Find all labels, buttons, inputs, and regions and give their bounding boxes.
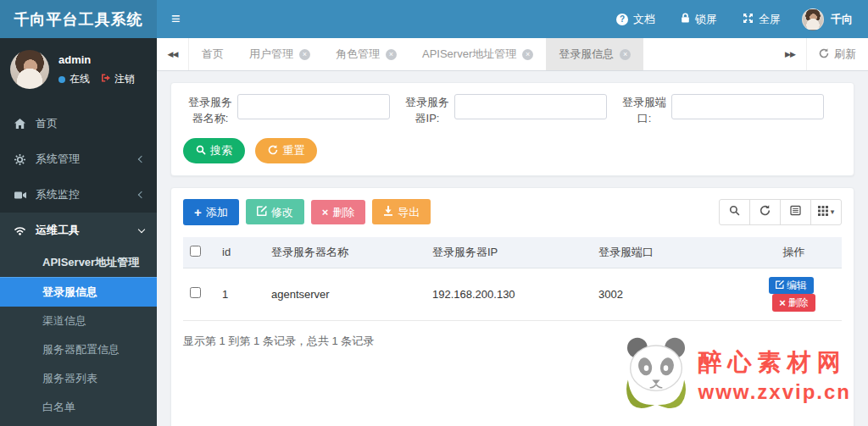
x-icon: × <box>779 297 786 308</box>
online-status-icon <box>58 76 65 83</box>
modify-button[interactable]: 修改 <box>246 199 304 224</box>
top-navbar: 千向平台工具系统 ≡ ? 文档 锁屏 全屏 千向 <box>0 0 868 38</box>
table-columns-button[interactable]: ▾ <box>810 199 842 225</box>
logout-link[interactable]: 注销 <box>101 72 135 86</box>
table-search-button[interactable] <box>719 199 750 225</box>
refresh-icon <box>819 48 829 61</box>
sidebar-menu: 首页 系统管理 系统监控 运维工具 APIServer地址管理 登录服信息 渠道… <box>0 106 157 426</box>
sidebar-item-whitelist[interactable]: 白名单 <box>0 393 157 422</box>
sidebar-item-server-list[interactable]: 服务器列表 <box>0 364 157 393</box>
double-triangle-right-icon: ▶▶ <box>785 50 795 58</box>
sidebar-toggle-button[interactable]: ≡ <box>157 0 195 38</box>
search-form-row: 登录服务器名称: 登录服务器IP: 登录服端口: <box>183 94 842 127</box>
nav-docs-link[interactable]: ? 文档 <box>604 0 668 38</box>
field-login-server-name: 登录服务器名称: <box>183 94 390 127</box>
app-title: 千向平台工具系统 <box>0 0 157 38</box>
hamburger-icon: ≡ <box>171 10 181 28</box>
sidebar-item-system-management[interactable]: 系统管理 <box>0 141 157 177</box>
sidebar-item-home[interactable]: 首页 <box>0 106 157 141</box>
sidebar-item-channel-info[interactable]: 渠道信息 <box>0 307 157 335</box>
lock-icon <box>681 13 690 26</box>
login-server-ip-input[interactable] <box>454 94 607 119</box>
tab-home[interactable]: 首页 <box>189 38 236 70</box>
login-server-name-input[interactable] <box>237 94 390 119</box>
table-detail-view-button[interactable] <box>780 199 811 225</box>
export-button-label: 导出 <box>398 207 420 218</box>
row-delete-button[interactable]: × 删除 <box>772 294 815 312</box>
caret-down-icon: ▾ <box>831 207 835 216</box>
data-grid-panel: + 添加 修改 × 删除 导出 <box>170 187 854 426</box>
row-checkbox[interactable] <box>190 287 201 298</box>
sidebar-user-panel: admin 在线 注销 <box>0 38 157 97</box>
tabs: 首页 用户管理 × 角色管理 × APIServer地址管理 × 登录服信息 × <box>189 38 774 70</box>
cell-id: 1 <box>215 268 264 320</box>
column-header-actions: 操作 <box>746 237 842 268</box>
nav-lockscreen-link[interactable]: 锁屏 <box>668 0 730 38</box>
close-icon[interactable]: × <box>386 49 397 60</box>
table-row[interactable]: 1 agentserver 192.168.200.130 3002 编辑 × … <box>183 268 842 320</box>
double-triangle-left-icon: ◀◀ <box>168 50 178 58</box>
sidebar-item-label: 首页 <box>36 116 58 131</box>
export-button[interactable]: 导出 <box>372 199 431 224</box>
login-server-port-input[interactable] <box>671 94 824 119</box>
tab-scroll-left-button[interactable]: ◀◀ <box>157 38 189 70</box>
sidebar-item-apiserver-address[interactable]: APIServer地址管理 <box>0 248 157 277</box>
modify-button-label: 修改 <box>271 207 293 218</box>
wifi-icon <box>13 225 27 235</box>
search-panel: 登录服务器名称: 登录服务器IP: 登录服端口: 搜索 <box>170 82 854 176</box>
field-login-server-port: 登录服端口: <box>617 94 824 127</box>
user-name: admin <box>58 53 135 66</box>
tab-label: 登录服信息 <box>559 47 614 62</box>
tab-user-management[interactable]: 用户管理 × <box>236 38 323 70</box>
edit-icon <box>776 280 784 290</box>
gear-icon <box>13 154 27 165</box>
tab-scroll-right-button[interactable]: ▶▶ <box>774 38 806 70</box>
sidebar-item-server-config-info[interactable]: 服务器配置信息 <box>0 335 157 364</box>
nav-lockscreen-label: 锁屏 <box>695 12 717 27</box>
column-header-ip[interactable]: 登录服务器IP <box>426 237 592 268</box>
user-status-row: 在线 注销 <box>58 72 135 86</box>
tab-label: 用户管理 <box>249 47 293 62</box>
sidebar-item-announcement[interactable]: 公告管理 <box>0 422 157 426</box>
column-header-id[interactable]: id <box>215 237 264 268</box>
field-login-server-ip: 登录服务器IP: <box>400 94 607 127</box>
search-icon <box>196 145 206 157</box>
sidebar-item-ops-tools[interactable]: 运维工具 <box>0 213 157 248</box>
main-area: ◀◀ 首页 用户管理 × 角色管理 × APIServer地址管理 × 登录服信… <box>157 38 868 426</box>
search-buttons-row: 搜索 重置 <box>183 138 842 163</box>
sidebar-item-label: 运维工具 <box>36 223 80 238</box>
avatar <box>10 50 49 89</box>
chevron-left-icon <box>138 191 145 198</box>
row-delete-label: 删除 <box>788 297 809 307</box>
tab-role-management[interactable]: 角色管理 × <box>323 38 409 70</box>
sidebar-item-system-monitor[interactable]: 系统监控 <box>0 177 157 213</box>
fullscreen-icon <box>743 13 754 26</box>
nav-fullscreen-link[interactable]: 全屏 <box>730 0 793 38</box>
tab-login-server-info[interactable]: 登录服信息 × <box>546 38 643 70</box>
search-button[interactable]: 搜索 <box>183 138 245 163</box>
delete-button[interactable]: × 删除 <box>311 200 366 224</box>
field-label: 登录服务器名称: <box>183 94 237 127</box>
tab-refresh-button[interactable]: 刷新 <box>806 38 868 70</box>
navbar-user-menu[interactable]: 千向 <box>793 0 868 38</box>
add-button[interactable]: + 添加 <box>183 199 239 225</box>
close-icon[interactable]: × <box>299 49 310 60</box>
search-icon <box>729 204 740 219</box>
chevron-down-icon <box>138 226 145 233</box>
reset-button[interactable]: 重置 <box>255 138 317 163</box>
sidebar-group-ops-tools: 运维工具 APIServer地址管理 登录服信息 渠道信息 服务器配置信息 服务… <box>0 213 157 426</box>
download-icon <box>383 206 393 218</box>
row-edit-button[interactable]: 编辑 <box>769 277 814 294</box>
nav-docs-label: 文档 <box>633 12 655 27</box>
sidebar-item-login-server-info[interactable]: 登录服信息 <box>0 277 157 307</box>
select-all-checkbox[interactable] <box>190 246 201 257</box>
close-icon[interactable]: × <box>620 49 631 60</box>
tab-apiserver-address[interactable]: APIServer地址管理 × <box>409 38 546 70</box>
column-header-port[interactable]: 登录服端口 <box>592 237 746 268</box>
table-refresh-button[interactable] <box>749 199 781 225</box>
column-header-name[interactable]: 登录服务器名称 <box>264 237 426 268</box>
sidebar-item-label: 系统管理 <box>36 152 80 167</box>
tab-label: 角色管理 <box>336 47 380 62</box>
reset-button-label: 重置 <box>282 145 304 156</box>
close-icon[interactable]: × <box>522 49 533 60</box>
